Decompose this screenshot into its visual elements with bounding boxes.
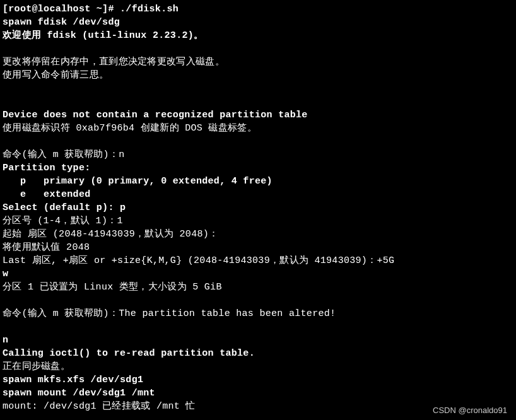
terminal-line: 命令(输入 m 获取帮助)：n [3, 148, 513, 161]
terminal-line: Select (default p): p [3, 201, 513, 214]
terminal-line [3, 135, 513, 148]
terminal-line: 使用写入命令前请三思。 [3, 69, 513, 82]
terminal-line: Partition type: [3, 161, 513, 175]
terminal-line [3, 42, 513, 55]
terminal-line: Device does not contain a recognized par… [3, 108, 513, 122]
terminal-line [3, 294, 513, 307]
terminal-line: 分区号 (1-4，默认 1)：1 [3, 214, 513, 228]
terminal-line: Calling ioctl() to re-read partition tab… [3, 347, 513, 360]
terminal-line: 起始 扇区 (2048-41943039，默认为 2048)： [3, 228, 513, 241]
terminal-line: 更改将停留在内存中，直到您决定将更改写入磁盘。 [3, 55, 513, 69]
watermark-text: CSDN @cronaldo91 [433, 405, 507, 416]
terminal-line: spawn fdisk /dev/sdg [3, 16, 513, 29]
terminal-line [3, 320, 513, 334]
terminal-line: spawn mkfs.xfs /dev/sdg1 [3, 373, 513, 387]
terminal-line: e extended [3, 188, 513, 201]
terminal-line: 命令(输入 m 获取帮助)：The partition table has be… [3, 307, 513, 320]
terminal-line: 将使用默认值 2048 [3, 241, 513, 254]
terminal-line: Last 扇区, +扇区 or +size{K,M,G} (2048-41943… [3, 254, 513, 267]
terminal-line: p primary (0 primary, 0 extended, 4 free… [3, 175, 513, 188]
terminal-line: 分区 1 已设置为 Linux 类型，大小设为 5 GiB [3, 281, 513, 294]
terminal-line: w [3, 267, 513, 281]
terminal-line: spawn mount /dev/sdg1 /mnt [3, 387, 513, 400]
terminal-line [3, 82, 513, 95]
terminal-line: 正在同步磁盘。 [3, 360, 513, 373]
terminal-line: 欢迎使用 fdisk (util-linux 2.23.2)。 [3, 29, 513, 42]
terminal-output[interactable]: [root@localhost ~]# ./fdisk.shspawn fdis… [3, 3, 513, 413]
terminal-line: [root@localhost ~]# ./fdisk.sh [3, 3, 513, 16]
terminal-line [3, 95, 513, 108]
terminal-line: 使用磁盘标识符 0xab7f96b4 创建新的 DOS 磁盘标签。 [3, 122, 513, 135]
terminal-line: n [3, 334, 513, 347]
